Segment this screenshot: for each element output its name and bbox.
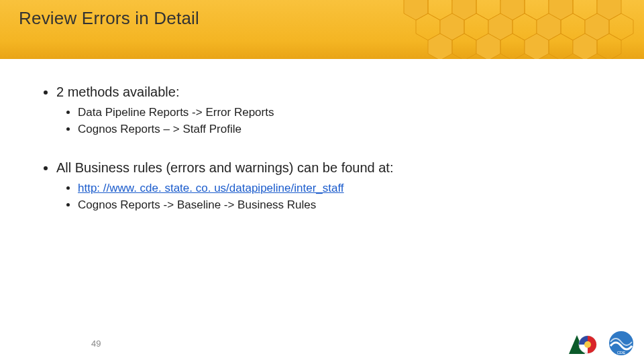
hex-decoration	[402, 0, 644, 59]
slide-body: 2 methods available: Data Pipeline Repor…	[0, 59, 644, 213]
footer-logos: CDE	[565, 330, 635, 357]
bullet-1-sub-1: Data Pipeline Reports -> Error Reports	[78, 105, 617, 121]
colorado-logo-icon	[565, 330, 604, 357]
svg-marker-1	[404, 0, 428, 20]
business-rules-link[interactable]: http: //www. cde. state. co. us/datapipe…	[78, 182, 344, 194]
bullet-2: All Business rules (errors and warnings)…	[56, 159, 617, 213]
slide-header: Review Errors in Detail	[0, 0, 644, 59]
cde-logo-icon: CDE	[608, 330, 635, 357]
page-number: 49	[91, 339, 101, 349]
slide-title: Review Errors in Detail	[19, 8, 199, 29]
bullet-1: 2 methods available: Data Pipeline Repor…	[56, 83, 617, 137]
bullet-1-sub-2: Cognos Reports – > Staff Profile	[78, 122, 617, 137]
svg-point-29	[584, 341, 591, 348]
bullet-1-text: 2 methods available:	[56, 84, 179, 99]
svg-text:CDE: CDE	[617, 351, 626, 355]
bullet-2-sub-2: Cognos Reports -> Baseline -> Business R…	[78, 198, 617, 213]
bullet-2-sub-1: http: //www. cde. state. co. us/datapipe…	[78, 181, 617, 196]
bullet-2-text: All Business rules (errors and warnings)…	[56, 160, 393, 175]
